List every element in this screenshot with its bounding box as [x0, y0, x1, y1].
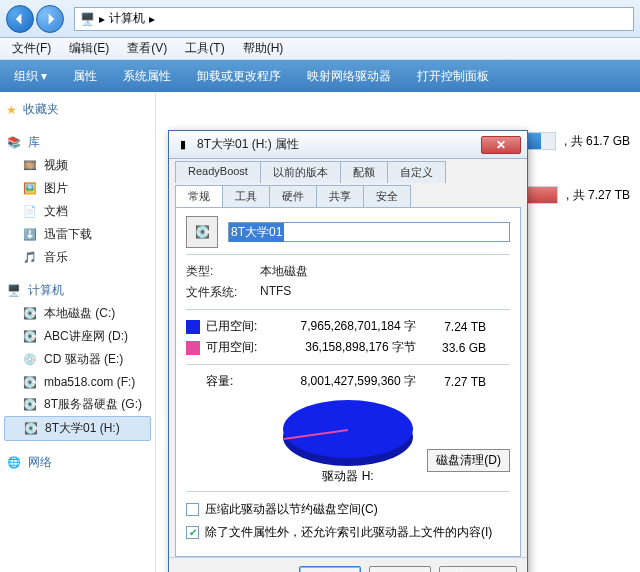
spacer — [186, 375, 200, 389]
document-icon: 📄 — [22, 204, 38, 220]
sidebar-item-label: mba518.com (F:) — [44, 375, 135, 389]
used-label: 已用空间: — [206, 318, 276, 335]
free-bytes: 36,158,898,176 字节 — [276, 339, 426, 356]
index-checkbox[interactable]: ✔ — [186, 526, 199, 539]
drive-icon: 💽 — [22, 329, 38, 345]
sidebar-item-label: 本地磁盘 (C:) — [44, 305, 115, 322]
tab-general[interactable]: 常规 — [175, 185, 223, 207]
sidebar-drive-d[interactable]: 💽ABC讲座网 (D:) — [4, 325, 151, 348]
tab-customize[interactable]: 自定义 — [387, 161, 446, 183]
nav-forward-button[interactable] — [36, 5, 64, 33]
sidebar-computer-label: 计算机 — [28, 282, 64, 299]
menu-bar: 文件(F) 编辑(E) 查看(V) 工具(T) 帮助(H) — [0, 38, 640, 60]
drive-large-icon: 💽 — [186, 216, 218, 248]
fs-label: 文件系统: — [186, 284, 260, 301]
drive-name-input[interactable]: 8T大学01 — [228, 222, 510, 242]
close-button[interactable]: ✕ — [481, 136, 521, 154]
cap-label: 容量: — [206, 373, 276, 390]
sidebar-item-pictures[interactable]: 🖼️图片 — [4, 177, 151, 200]
capacity-label: , 共 61.7 GB — [564, 133, 630, 150]
tb-sysprops[interactable]: 系统属性 — [117, 64, 177, 89]
compress-checkbox[interactable] — [186, 503, 199, 516]
computer-icon: 🖥️ — [79, 11, 95, 27]
computer-icon: 🖥️ — [6, 283, 22, 299]
sidebar-favorites-label: 收藏夹 — [23, 101, 59, 118]
star-icon: ★ — [6, 103, 17, 117]
address-bar[interactable]: 🖥️ ▸ 计算机 ▸ — [74, 7, 634, 31]
apply-button[interactable]: 应用(A) — [439, 566, 517, 572]
index-label: 除了文件属性外，还允许索引此驱动器上文件的内容(I) — [205, 524, 492, 541]
menu-tools[interactable]: 工具(T) — [177, 38, 232, 59]
dialog-titlebar[interactable]: ▮ 8T大学01 (H:) 属性 ✕ — [169, 131, 527, 159]
sidebar-item-music[interactable]: 🎵音乐 — [4, 246, 151, 269]
menu-view[interactable]: 查看(V) — [119, 38, 175, 59]
sidebar-drive-h[interactable]: 💽8T大学01 (H:) — [4, 416, 151, 441]
used-bytes: 7,965,268,701,184 字 — [276, 318, 426, 335]
sidebar-computer[interactable]: 🖥️计算机 — [4, 279, 151, 302]
sidebar-item-label: 音乐 — [44, 249, 68, 266]
tab-row-1: ReadyBoost 以前的版本 配额 自定义 — [169, 159, 527, 183]
menu-file[interactable]: 文件(F) — [4, 38, 59, 59]
sidebar-drive-c[interactable]: 💽本地磁盘 (C:) — [4, 302, 151, 325]
cd-icon: 💿 — [22, 352, 38, 368]
command-bar: 组织 ▾ 属性 系统属性 卸载或更改程序 映射网络驱动器 打开控制面板 — [0, 60, 640, 92]
drive-icon: ▮ — [175, 137, 191, 153]
tab-quota[interactable]: 配额 — [340, 161, 388, 183]
ok-button[interactable]: 确定 — [299, 566, 361, 572]
sidebar-item-label: CD 驱动器 (E:) — [44, 351, 123, 368]
sidebar-item-documents[interactable]: 📄文档 — [4, 200, 151, 223]
dialog-button-row: 确定 取消 应用(A) — [169, 557, 527, 572]
tb-properties[interactable]: 属性 — [67, 64, 103, 89]
drive-icon: 💽 — [22, 306, 38, 322]
fs-value: NTFS — [260, 284, 291, 301]
breadcrumb-item[interactable]: 计算机 — [109, 10, 145, 27]
network-icon: 🌐 — [6, 455, 22, 471]
tb-uninstall[interactable]: 卸载或更改程序 — [191, 64, 287, 89]
sidebar-item-videos[interactable]: 🎞️视频 — [4, 154, 151, 177]
capacity-bar — [526, 132, 556, 150]
video-icon: 🎞️ — [22, 158, 38, 174]
tab-readyboost[interactable]: ReadyBoost — [175, 161, 261, 183]
sidebar-item-label: 8T服务器硬盘 (G:) — [44, 396, 142, 413]
usage-pie-chart — [283, 400, 413, 458]
cap-bytes: 8,001,427,599,360 字 — [276, 373, 426, 390]
tab-security[interactable]: 安全 — [363, 185, 411, 207]
sidebar-drive-g[interactable]: 💽8T服务器硬盘 (G:) — [4, 393, 151, 416]
nav-back-button[interactable] — [6, 5, 34, 33]
drive-icon: 💽 — [22, 374, 38, 390]
sidebar-item-label: 文档 — [44, 203, 68, 220]
tab-sharing[interactable]: 共享 — [316, 185, 364, 207]
sidebar-drive-f[interactable]: 💽mba518.com (F:) — [4, 371, 151, 393]
sidebar-favorites[interactable]: ★收藏夹 — [4, 98, 151, 121]
sidebar-item-thunder[interactable]: ⬇️迅雷下载 — [4, 223, 151, 246]
sidebar-item-label: ABC讲座网 (D:) — [44, 328, 128, 345]
menu-edit[interactable]: 编辑(E) — [61, 38, 117, 59]
sidebar-libraries-label: 库 — [28, 134, 40, 151]
tab-hardware[interactable]: 硬件 — [269, 185, 317, 207]
tab-tools[interactable]: 工具 — [222, 185, 270, 207]
sidebar-network[interactable]: 🌐网络 — [4, 451, 151, 474]
disk-cleanup-button[interactable]: 磁盘清理(D) — [427, 449, 510, 472]
sidebar-drive-e[interactable]: 💿CD 驱动器 (E:) — [4, 348, 151, 371]
libraries-icon: 📚 — [6, 135, 22, 151]
tab-prev-versions[interactable]: 以前的版本 — [260, 161, 341, 183]
menu-help[interactable]: 帮助(H) — [235, 38, 292, 59]
tab-row-2: 常规 工具 硬件 共享 安全 — [169, 183, 527, 207]
tb-organize[interactable]: 组织 ▾ — [8, 64, 53, 89]
type-value: 本地磁盘 — [260, 263, 308, 280]
picture-icon: 🖼️ — [22, 181, 38, 197]
breadcrumb-sep: ▸ — [99, 12, 105, 26]
music-icon: 🎵 — [22, 250, 38, 266]
properties-dialog: ▮ 8T大学01 (H:) 属性 ✕ ReadyBoost 以前的版本 配额 自… — [168, 130, 528, 572]
download-icon: ⬇️ — [22, 227, 38, 243]
dialog-title: 8T大学01 (H:) 属性 — [197, 136, 475, 153]
free-label: 可用空间: — [206, 339, 276, 356]
tb-controlpanel[interactable]: 打开控制面板 — [411, 64, 495, 89]
sidebar-item-label: 图片 — [44, 180, 68, 197]
tb-mapdrive[interactable]: 映射网络驱动器 — [301, 64, 397, 89]
free-color-box — [186, 341, 200, 355]
sidebar-libraries[interactable]: 📚库 — [4, 131, 151, 154]
window-titlebar: 🖥️ ▸ 计算机 ▸ — [0, 0, 640, 38]
cap-hr: 7.27 TB — [426, 375, 486, 389]
cancel-button[interactable]: 取消 — [369, 566, 431, 572]
